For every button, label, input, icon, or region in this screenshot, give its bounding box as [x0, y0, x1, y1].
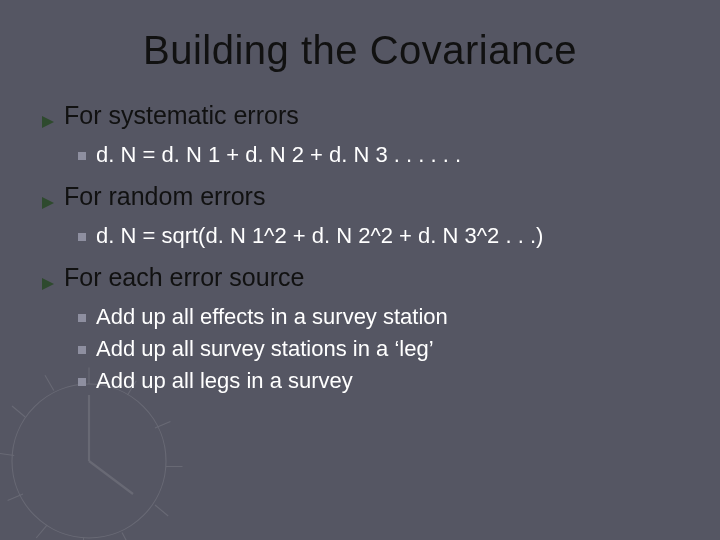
triangle-icon: [40, 107, 56, 136]
bullet-level1: For systematic errors: [40, 101, 680, 136]
square-icon: [78, 152, 86, 160]
bullet-level1: For random errors: [40, 182, 680, 217]
bullet-text: For each error source: [64, 263, 304, 292]
triangle-icon: [40, 269, 56, 298]
slide: Building the Covariance For systematic e…: [0, 0, 720, 540]
bullet-level2: Add up all legs in a survey: [78, 368, 680, 394]
bullet-level2: d. N = sqrt(d. N 1^2 + d. N 2^2 + d. N 3…: [78, 223, 680, 249]
bullet-text: For random errors: [64, 182, 265, 211]
bullet-level2: Add up all effects in a survey station: [78, 304, 680, 330]
bullet-text: d. N = sqrt(d. N 1^2 + d. N 2^2 + d. N 3…: [96, 223, 543, 249]
svg-marker-15: [42, 197, 54, 209]
svg-marker-14: [42, 116, 54, 128]
square-icon: [78, 378, 86, 386]
bullet-level1: For each error source: [40, 263, 680, 298]
bullet-text: For systematic errors: [64, 101, 299, 130]
slide-title: Building the Covariance: [40, 28, 680, 73]
square-icon: [78, 233, 86, 241]
triangle-icon: [40, 188, 56, 217]
bullet-text: Add up all survey stations in a ‘leg’: [96, 336, 434, 362]
bullet-level2: d. N = d. N 1 + d. N 2 + d. N 3 . . . . …: [78, 142, 680, 168]
square-icon: [78, 314, 86, 322]
bullet-text: Add up all legs in a survey: [96, 368, 353, 394]
svg-marker-16: [42, 278, 54, 290]
square-icon: [78, 346, 86, 354]
bullet-text: d. N = d. N 1 + d. N 2 + d. N 3 . . . . …: [96, 142, 461, 168]
bullet-text: Add up all effects in a survey station: [96, 304, 448, 330]
bullet-level2: Add up all survey stations in a ‘leg’: [78, 336, 680, 362]
